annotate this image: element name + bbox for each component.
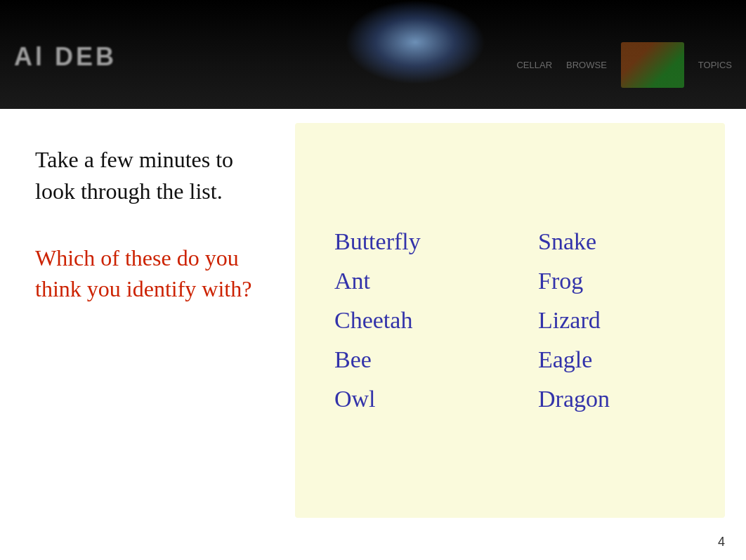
main-content: Take a few minutes to look through the l… [0,109,746,560]
header-nav-3: TOPICS [698,60,732,70]
animal-cheetah: Cheetah [334,307,482,334]
animal-owl: Owl [334,386,482,412]
header-nav-2: BROWSE [566,60,607,70]
header-bar: Al DEB CELLAR BROWSE TOPICS [0,0,746,109]
header-thumbnail [621,42,684,88]
animals-panel: Butterfly Snake Ant Frog Cheetah Lizard … [295,123,725,518]
header-logo: Al DEB [14,42,117,72]
question-text: Which of these do you think you identify… [35,242,267,306]
animal-snake: Snake [538,228,686,255]
animal-frog: Frog [538,268,686,294]
animal-ant: Ant [334,268,482,294]
animal-dragon: Dragon [538,386,686,412]
header-nav-1: CELLAR [516,60,552,70]
header-right-area: CELLAR BROWSE TOPICS [516,42,732,88]
animal-butterfly: Butterfly [334,228,482,255]
animal-eagle: Eagle [538,346,686,373]
animal-bee: Bee [334,346,482,373]
header-logo-area: Al DEB [14,42,117,72]
left-panel: Take a few minutes to look through the l… [0,109,295,560]
animal-lizard: Lizard [538,307,686,334]
header-glow [345,0,485,84]
instruction-text: Take a few minutes to look through the l… [35,144,267,207]
animals-grid: Butterfly Snake Ant Frog Cheetah Lizard … [334,228,686,412]
page-number: 4 [718,535,725,549]
